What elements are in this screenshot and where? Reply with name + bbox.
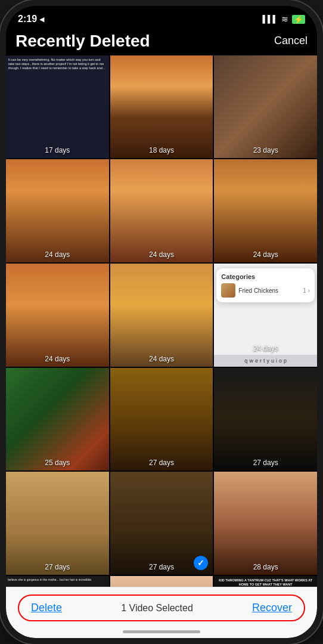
list-item[interactable]: 27 days xyxy=(214,368,317,471)
days-label: 24 days xyxy=(110,355,213,363)
key-y: y xyxy=(266,358,269,364)
list-item[interactable]: 23 days xyxy=(214,55,317,159)
days-label: 24 days xyxy=(110,250,213,259)
key-r: r xyxy=(260,358,262,364)
days-label: 24 days xyxy=(6,250,109,259)
category-thumb xyxy=(221,283,235,298)
days-label: 23 days xyxy=(214,146,317,154)
list-item[interactable]: 24 days xyxy=(6,264,109,367)
signal-icon: ▌▌▌ xyxy=(262,15,278,23)
page-title: Recently Deleted xyxy=(15,32,150,51)
list-item[interactable]: 27 days xyxy=(110,472,213,575)
list-item[interactable]: 28 days xyxy=(214,472,317,575)
days-label: 24 days xyxy=(214,344,317,352)
home-indicator xyxy=(123,630,200,633)
meme-text-top: KID THROWING A TANTRUM CUZ THAT'S WHAT W… xyxy=(216,578,315,587)
keyboard-hint: q w e r t y u i o p xyxy=(214,355,317,367)
days-label: 24 days xyxy=(6,355,109,363)
days-label: 27 days xyxy=(6,563,109,571)
list-item[interactable]: 24 days xyxy=(110,159,213,262)
days-label: 28 days xyxy=(214,563,317,571)
days-label: 17 days xyxy=(6,146,109,154)
battery-icon: ⚡ xyxy=(292,15,305,24)
recover-button[interactable]: Recover xyxy=(252,602,292,614)
days-label: 27 days xyxy=(110,563,213,571)
header-area: Recently Deleted Cancel xyxy=(6,32,317,55)
photo-text: It can be very overwhelming. No matter w… xyxy=(8,58,107,70)
selection-status: 1 Video Selected xyxy=(121,603,193,614)
wifi-icon: ≋ xyxy=(281,14,288,24)
days-label: 25 days xyxy=(6,459,109,467)
days-label: 27 days xyxy=(110,459,213,467)
key-w: w xyxy=(249,358,253,364)
photo-text-small: believe she is gorgeous in the mothe... … xyxy=(8,578,92,582)
list-item[interactable]: It can be very overwhelming. No matter w… xyxy=(6,55,109,159)
phone-screen: 2:19 ◀ ▌▌▌ ≋ ⚡ Recently Deleted Cancel I… xyxy=(6,6,317,638)
key-t: t xyxy=(263,358,265,364)
notch xyxy=(114,6,209,24)
cancel-button[interactable]: Cancel xyxy=(274,35,308,47)
list-item[interactable]: 24 days xyxy=(6,159,109,262)
key-q: q xyxy=(244,358,247,364)
list-item[interactable]: 24 days xyxy=(110,264,213,367)
photo-grid: It can be very overwhelming. No matter w… xyxy=(6,55,317,638)
category-title: Categories xyxy=(221,273,310,280)
category-item[interactable]: Fried Chickens 1 › xyxy=(221,283,310,298)
bottom-toolbar: Delete 1 Video Selected Recover xyxy=(6,587,317,638)
status-icons: ▌▌▌ ≋ ⚡ xyxy=(262,14,305,24)
phone-frame: 2:19 ◀ ▌▌▌ ≋ ⚡ Recently Deleted Cancel I… xyxy=(0,0,323,644)
list-item[interactable]: Categories Fried Chickens 1 › q w e r xyxy=(214,264,317,367)
location-icon: ◀ xyxy=(39,16,44,23)
key-e: e xyxy=(255,358,258,364)
list-item[interactable]: 27 days xyxy=(110,368,213,471)
category-name: Fried Chickens xyxy=(238,287,278,294)
delete-button[interactable]: Delete xyxy=(31,602,62,614)
list-item[interactable]: 25 days xyxy=(6,368,109,471)
list-item[interactable]: 18 days xyxy=(110,55,213,159)
days-label: 27 days xyxy=(214,459,317,467)
category-popup: Categories Fried Chickens 1 › xyxy=(216,268,315,302)
list-item[interactable]: 24 days xyxy=(214,159,317,262)
toolbar-inner: Delete 1 Video Selected Recover xyxy=(18,595,305,621)
status-time: 2:19 xyxy=(18,14,37,24)
days-label: 18 days xyxy=(110,146,213,154)
days-label: 24 days xyxy=(214,250,317,259)
key-u: u xyxy=(271,358,274,364)
list-item[interactable]: 27 days xyxy=(6,472,109,575)
key-p: p xyxy=(284,358,287,364)
category-count: 1 › xyxy=(303,287,310,294)
key-o: o xyxy=(279,358,282,364)
key-i: i xyxy=(276,358,277,364)
